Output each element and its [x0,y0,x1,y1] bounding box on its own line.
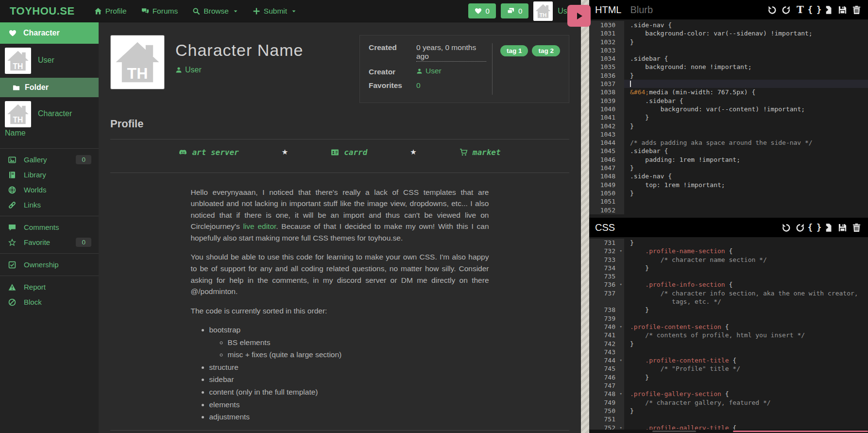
tag-tag-1[interactable]: tag 1 [500,45,528,56]
nav-item-forums[interactable]: Forums [141,7,178,16]
character-owner-link[interactable]: User [175,66,303,74]
code-line[interactable]: 1037 [589,80,868,88]
code-line[interactable]: 748▾.profile-gallery-section { [589,390,868,398]
tag-tag-2[interactable]: tag 2 [532,45,560,56]
fold-arrow-icon[interactable]: ▾ [620,323,622,331]
sidebar-item-favorite[interactable]: Favorite0 [0,235,99,250]
code-line[interactable]: 742} [589,340,868,348]
code-line[interactable]: 1047} [589,164,868,172]
code-line[interactable]: 749 /* character gallery, featured */ [589,398,868,407]
code-line[interactable]: 745 /* "Profile" title */ [589,364,868,373]
sidebar-item-gallery[interactable]: Gallery0 [0,152,99,167]
code-line[interactable]: 1038&#64;media (min-width: 767.5px) { [589,88,868,96]
sidebar-item-block[interactable]: Block [0,294,99,310]
undo-icon[interactable] [781,222,792,233]
character-avatar[interactable]: TH [5,101,31,127]
redo-icon[interactable] [795,222,806,233]
code-line[interactable]: 732▾ .profile-name-section { [589,247,868,255]
code-line[interactable]: 734 } [589,264,868,272]
code-line[interactable]: 1045.sidebar { [589,147,868,155]
code-line[interactable]: 1051 [589,197,868,206]
braces-icon[interactable]: { } [809,222,820,233]
code-line[interactable]: 744▾ .profile-content-title { [589,356,868,364]
sidebar-item-ownership[interactable]: Ownership [0,257,99,272]
code-line[interactable]: 1050} [589,189,868,197]
html-editor-tab-blurb[interactable]: Blurb [630,4,653,16]
user-avatar[interactable]: TH [533,1,553,21]
code-line[interactable]: 1052 [589,206,868,214]
panel-resize-divider[interactable] [581,0,589,433]
code-line[interactable]: 1044/* adds padding aka space around the… [589,139,868,147]
braces-icon[interactable]: { } [809,4,820,16]
code-line[interactable]: 746 } [589,373,868,381]
horizontal-scrollbar[interactable] [589,430,868,433]
fold-arrow-icon[interactable]: ▾ [620,356,622,364]
sidebar-item-comments[interactable]: Comments [0,220,99,235]
undo-icon[interactable] [766,4,778,16]
code-line[interactable]: 1031 background-color: var(--sidenav) !i… [589,29,868,37]
code-line[interactable]: 1034.sidebar { [589,54,868,63]
code-line[interactable]: 731} [589,239,868,247]
import-icon[interactable] [823,4,834,16]
nav-item-profile[interactable]: Profile [94,7,127,16]
trash-icon[interactable] [851,4,862,16]
code-line[interactable]: 740▾.profile-content-section { [589,323,868,331]
fold-arrow-icon[interactable]: ▾ [620,390,622,398]
scrollbar-thumb[interactable] [652,431,696,432]
text-icon[interactable]: T [795,4,806,16]
profile-link-carrd[interactable]: carrd [331,148,367,157]
sidebar-item-library[interactable]: Library [0,167,99,182]
sidebar-item-worlds[interactable]: Worlds [0,182,99,197]
code-line[interactable]: 1049 top: 1rem !important; [589,181,868,189]
code-line[interactable]: 739 [589,314,868,323]
code-line[interactable]: 738 } [589,306,868,314]
site-logo[interactable]: TOYHOU.SE [10,5,75,17]
sidebar-item-links[interactable]: Links [0,197,99,212]
sidebar-user-row[interactable]: THUser [0,44,99,78]
code-line[interactable]: 1040 background: var(--content) !importa… [589,105,868,113]
code-line[interactable]: 733 /* character name section */ [589,256,868,264]
images-counter-button[interactable]: 0 [501,3,528,18]
code-line[interactable]: 750} [589,407,868,415]
code-line[interactable]: 1035 background: none !important; [589,63,868,71]
html-code-area[interactable]: 1030.side-nav {1031 background-color: va… [589,19,868,218]
sidebar-character-row[interactable]: THCharacter Name [0,97,99,143]
code-line[interactable]: 752▾ .profile-gallery-title { [589,424,868,430]
sidebar-user-link[interactable]: User [38,56,54,64]
code-line[interactable]: 1041 } [589,113,868,121]
user-avatar[interactable]: TH [5,48,31,74]
code-line[interactable]: 735 [589,272,868,280]
save-icon[interactable] [837,222,848,233]
fold-arrow-icon[interactable]: ▾ [620,247,622,255]
nav-item-submit[interactable]: Submit [253,7,296,16]
sidebar-item-report[interactable]: Report [0,279,99,294]
code-line[interactable]: 1043 [589,130,868,139]
css-code-area[interactable]: 731}732▾ .profile-name-section {733 /* c… [589,237,868,430]
sidebar-folder-row[interactable]: Folder [0,78,99,97]
collapse-editor-button[interactable] [567,5,591,27]
code-line[interactable]: 1032} [589,38,868,46]
code-line[interactable]: 1046 padding: 1rem !important; [589,156,868,164]
redo-icon[interactable] [781,4,792,16]
trash-icon[interactable] [851,222,862,233]
code-line[interactable]: 751 [589,415,868,423]
creator-link[interactable]: User [416,67,442,75]
scrollbar-accent[interactable] [733,431,868,432]
code-line[interactable]: 1042} [589,122,868,130]
code-line[interactable]: 1048.side-nav { [589,172,868,180]
character-profile-image[interactable]: TH [110,35,165,89]
code-line[interactable]: 743 [589,348,868,356]
fold-arrow-icon[interactable]: ▾ [620,424,622,430]
code-line[interactable]: 736▾ .profile-info-section { [589,280,868,289]
profile-link-art-server[interactable]: art server [179,148,238,157]
code-line[interactable]: 747 [589,381,868,390]
code-line[interactable]: 1030.side-nav { [589,21,868,29]
save-icon[interactable] [837,4,848,16]
nav-item-browse[interactable]: Browse [192,7,238,16]
code-line[interactable]: 1036} [589,71,868,80]
code-line[interactable]: 737 /* character info section, aka the o… [589,289,868,306]
fold-arrow-icon[interactable]: ▾ [620,280,622,289]
code-line[interactable]: 1039 .sidebar { [589,97,868,105]
created-value[interactable]: 0 years, 0 months ago [416,43,486,62]
import-icon[interactable] [823,222,834,233]
